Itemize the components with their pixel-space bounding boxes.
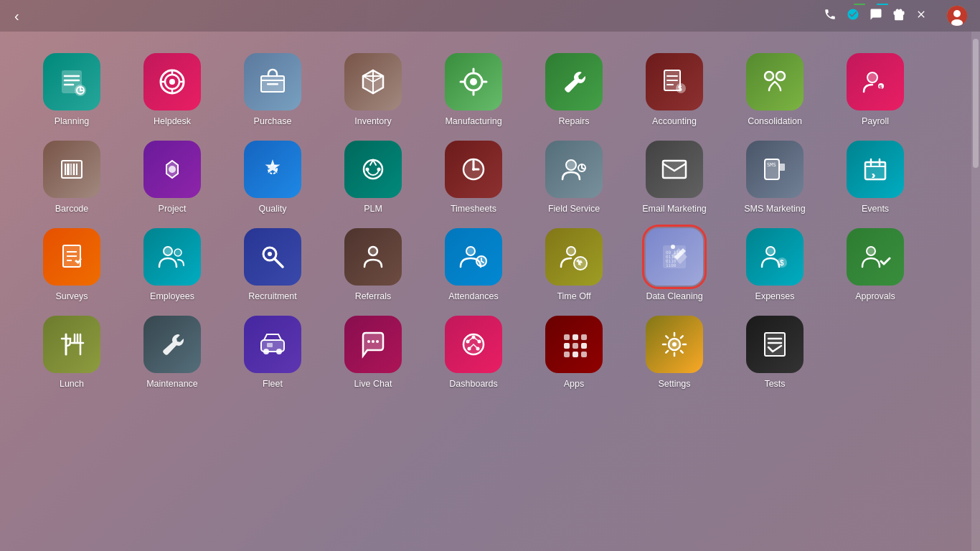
app-item-employees[interactable]: Employees <box>122 221 222 309</box>
back-button[interactable]: ‹ <box>9 5 25 27</box>
svg-rect-20 <box>267 83 278 85</box>
svg-point-67 <box>268 252 272 256</box>
app-item-email-marketing[interactable]: Email Marketing <box>624 133 725 221</box>
app-item-accounting[interactable]: $Accounting <box>624 46 725 133</box>
app-item-attendances[interactable]: Attendances <box>423 221 524 309</box>
app-item-settings[interactable]: Settings <box>624 309 725 396</box>
svg-point-47 <box>472 168 475 171</box>
message-icon[interactable] <box>870 8 882 24</box>
app-label-sms-marketing: SMS Marketing <box>744 204 805 214</box>
app-item-payroll[interactable]: $Payroll <box>825 46 925 133</box>
main-content: PlanningHelpdeskPurchaseInventoryManufac… <box>0 32 969 410</box>
app-icon-fleet <box>244 316 301 373</box>
app-label-surveys: Surveys <box>55 291 88 301</box>
app-icon-timesheets <box>445 141 502 198</box>
app-item-lunch[interactable]: Lunch <box>22 309 122 396</box>
svg-point-65 <box>174 249 182 256</box>
app-icon-employees <box>143 228 201 286</box>
svg-rect-105 <box>573 334 578 340</box>
app-icon-inventory <box>344 53 402 110</box>
app-icon-maintenance <box>143 316 201 373</box>
app-item-data-cleaning[interactable]: 00 111011001101100Data Cleaning <box>624 221 725 309</box>
svg-rect-56 <box>865 162 885 179</box>
app-label-fleet: Fleet <box>263 379 283 389</box>
app-item-barcode[interactable]: Barcode <box>22 133 122 221</box>
app-item-purchase[interactable]: Purchase <box>222 46 323 133</box>
app-item-fleet[interactable]: Fleet <box>222 309 323 396</box>
app-icon-purchase <box>244 53 301 110</box>
app-icon-quality <box>244 141 301 198</box>
app-item-plm[interactable]: PLM <box>323 133 423 221</box>
app-item-dashboards[interactable]: Dashboards <box>423 309 524 396</box>
svg-point-42 <box>366 168 369 171</box>
app-label-data-cleaning: Data Cleaning <box>646 291 702 301</box>
svg-rect-107 <box>564 343 570 349</box>
svg-text:$: $ <box>678 85 682 93</box>
svg-point-48 <box>566 160 576 170</box>
scrollbar-thumb[interactable] <box>973 39 979 168</box>
app-icon-attendances <box>445 228 502 286</box>
user-area[interactable] <box>947 6 971 26</box>
app-icon-settings <box>646 316 703 373</box>
svg-point-93 <box>276 349 282 354</box>
app-item-apps[interactable]: Apps <box>524 309 624 396</box>
app-label-apps: Apps <box>564 379 585 389</box>
app-item-field-service[interactable]: Field Service <box>524 133 624 221</box>
app-item-approvals[interactable]: Approvals <box>825 221 925 309</box>
app-label-purchase: Purchase <box>254 116 292 126</box>
app-item-helpdesk[interactable]: Helpdesk <box>122 46 222 133</box>
app-label-consolidation: Consolidation <box>748 116 802 126</box>
app-item-events[interactable]: Events <box>825 133 925 221</box>
app-icon-repairs <box>545 53 603 110</box>
app-item-referrals[interactable]: Referrals <box>323 221 423 309</box>
app-label-repairs: Repairs <box>558 116 589 126</box>
gift-icon[interactable] <box>892 8 905 24</box>
close-icon[interactable] <box>915 9 927 23</box>
app-icon-recruitment <box>244 228 301 286</box>
svg-point-97 <box>376 340 379 343</box>
svg-rect-108 <box>573 343 578 349</box>
avatar <box>947 6 967 26</box>
app-icon-consolidation <box>746 53 804 110</box>
app-item-maintenance[interactable]: Maintenance <box>122 309 222 396</box>
svg-rect-114 <box>765 333 785 356</box>
svg-rect-112 <box>581 352 587 357</box>
app-icon-email-marketing <box>646 141 703 198</box>
app-label-timesheets: Timesheets <box>451 204 496 214</box>
app-item-repairs[interactable]: Repairs <box>524 46 624 133</box>
app-item-manufacturing[interactable]: Manufacturing <box>423 46 524 133</box>
app-label-accounting: Accounting <box>652 116 697 126</box>
app-item-project[interactable]: Project <box>122 133 222 221</box>
app-item-timesheets[interactable]: Timesheets <box>423 133 524 221</box>
app-item-time-off[interactable]: Time Off <box>524 221 624 309</box>
app-icon-lunch <box>43 316 100 373</box>
app-icon-payroll: $ <box>847 53 904 110</box>
app-item-live-chat[interactable]: Live Chat <box>323 309 423 396</box>
phone-icon[interactable] <box>824 8 837 24</box>
svg-point-95 <box>367 340 370 343</box>
activity-icon[interactable] <box>847 8 859 24</box>
svg-rect-106 <box>581 334 587 340</box>
scrollbar[interactable] <box>971 32 980 551</box>
app-icon-tests <box>746 316 804 373</box>
svg-rect-52 <box>663 161 686 178</box>
svg-point-64 <box>164 247 172 255</box>
app-icon-apps <box>545 316 603 373</box>
app-item-quality[interactable]: Quality <box>222 133 323 221</box>
app-icon-planning <box>43 53 100 110</box>
app-label-events: Events <box>862 204 889 214</box>
app-item-surveys[interactable]: Surveys <box>22 221 122 309</box>
app-item-recruitment[interactable]: Recruitment <box>222 221 323 309</box>
svg-line-68 <box>275 259 283 267</box>
app-label-attendances: Attendances <box>448 291 499 301</box>
app-item-tests[interactable]: Tests <box>725 309 825 396</box>
app-icon-data-cleaning: 00 111011001101100 <box>646 228 703 286</box>
app-icon-approvals <box>847 228 904 286</box>
svg-point-96 <box>372 340 374 343</box>
app-label-project: Project <box>159 204 187 214</box>
app-item-inventory[interactable]: Inventory <box>323 46 423 133</box>
app-item-expenses[interactable]: $Expenses <box>725 221 825 309</box>
app-item-sms-marketing[interactable]: SMSSMS Marketing <box>725 133 825 221</box>
app-item-planning[interactable]: Planning <box>22 46 122 133</box>
app-item-consolidation[interactable]: Consolidation <box>725 46 825 133</box>
